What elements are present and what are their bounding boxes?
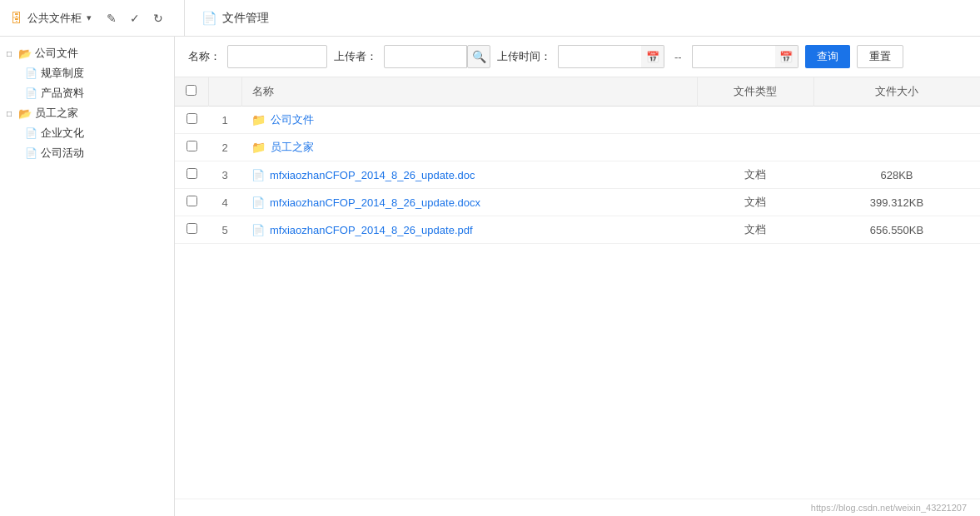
toggle-company-files[interactable]: □ — [7, 49, 18, 58]
folder-icon-company: 📂 — [18, 47, 32, 60]
date-end-icon[interactable]: 📅 — [775, 45, 798, 68]
table-row: 2📁员工之家 — [175, 134, 980, 161]
date-end-group: 📅 — [692, 45, 798, 68]
sidebar-item-employee-home[interactable]: □ 📂 员工之家 — [0, 103, 174, 123]
query-button[interactable]: 查询 — [805, 45, 850, 68]
date-start-input[interactable] — [558, 45, 641, 68]
folder-link[interactable]: 📁公司文件 — [251, 112, 687, 127]
sidebar-item-products[interactable]: 📄 产品资料 — [18, 83, 174, 103]
row-file-size: 656.550KB — [813, 216, 980, 244]
row-file-type: 文档 — [697, 161, 813, 189]
label-company-files: 公司文件 — [35, 46, 78, 61]
sidebar-item-activity[interactable]: 📄 公司活动 — [18, 143, 174, 163]
label-culture: 企业文化 — [41, 126, 84, 141]
row-file-size — [813, 107, 980, 134]
uploader-label: 上传者： — [334, 49, 377, 64]
footer: https://blog.csdn.net/weixin_43221207 — [175, 499, 980, 516]
row-checkbox[interactable] — [187, 168, 197, 179]
row-file-type — [697, 134, 813, 161]
th-size: 文件大小 — [813, 77, 980, 107]
file-mgmt-title: 文件管理 — [222, 11, 269, 26]
sidebar-collapse-btn[interactable]: ◀ — [174, 261, 175, 291]
row-checkbox[interactable] — [187, 223, 197, 234]
table-row: 5📄mfxiaozhanCFOP_2014_8_26_update.pdf文档6… — [175, 216, 980, 244]
sidebar-item-rules[interactable]: 📄 规章制度 — [18, 63, 174, 83]
row-name-cell: 📁员工之家 — [241, 134, 697, 161]
row-checkbox[interactable] — [187, 141, 197, 151]
file-icon-products: 📄 — [25, 87, 37, 99]
sidebar-item-culture[interactable]: 📄 企业文化 — [18, 123, 174, 143]
cabinet-title: 公共文件柜 — [27, 11, 82, 26]
main-layout: □ 📂 公司文件 📄 规章制度 📄 产品资料 □ 📂 员工之家 📄 企业文化 — [0, 37, 980, 516]
date-start-group: 📅 — [558, 45, 664, 68]
file-icon-rules: 📄 — [25, 67, 37, 79]
search-bar: 名称： 上传者： 🔍 上传时间： 📅 -- 📅 查询 重置 — [175, 37, 980, 77]
label-employee-home: 员工之家 — [35, 106, 78, 121]
date-end-input[interactable] — [692, 45, 775, 68]
content: 名称： 上传者： 🔍 上传时间： 📅 -- 📅 查询 重置 — [175, 37, 980, 516]
table-area: 名称 文件类型 文件大小 1📁公司文件2📁员工之家3📄mfxiaozhanCFO… — [175, 77, 980, 499]
time-label: 上传时间： — [497, 49, 551, 64]
row-name-cell: 📄mfxiaozhanCFOP_2014_8_26_update.pdf — [241, 216, 697, 244]
name-input[interactable] — [227, 45, 327, 68]
row-file-size: 628KB — [813, 161, 980, 189]
company-files-children: 📄 规章制度 📄 产品资料 — [0, 63, 174, 103]
top-bar-actions: ✎ ✓ ↻ — [103, 10, 167, 27]
th-index — [208, 77, 241, 107]
row-checkbox-cell — [175, 107, 208, 134]
row-index: 2 — [208, 134, 241, 161]
label-rules: 规章制度 — [41, 66, 84, 81]
table-row: 1📁公司文件 — [175, 107, 980, 134]
file-link[interactable]: 📄mfxiaozhanCFOP_2014_8_26_update.doc — [251, 169, 687, 181]
row-checkbox-cell — [175, 161, 208, 189]
file-link[interactable]: 📄mfxiaozhanCFOP_2014_8_26_update.pdf — [251, 224, 687, 236]
date-start-icon[interactable]: 📅 — [641, 45, 664, 68]
doc-icon: 📄 — [251, 196, 265, 209]
row-checkbox[interactable] — [187, 113, 197, 124]
reset-button[interactable]: 重置 — [857, 45, 903, 68]
folder-name: 员工之家 — [271, 140, 314, 155]
dropdown-icon[interactable]: ▾ — [87, 12, 92, 23]
top-bar-right: 📄 文件管理 — [192, 11, 269, 26]
table-body: 1📁公司文件2📁员工之家3📄mfxiaozhanCFOP_2014_8_26_u… — [175, 107, 980, 244]
folder-icon: 📁 — [251, 141, 266, 154]
refresh-btn[interactable]: ↻ — [150, 10, 167, 27]
row-index: 3 — [208, 161, 241, 189]
th-type: 文件类型 — [697, 77, 813, 107]
row-file-type — [697, 107, 813, 134]
doc-icon: 📄 — [251, 224, 265, 236]
table-row: 4📄mfxiaozhanCFOP_2014_8_26_update.docx文档… — [175, 189, 980, 216]
table-header-row: 名称 文件类型 文件大小 — [175, 77, 980, 107]
folder-link[interactable]: 📁员工之家 — [251, 140, 687, 155]
select-all-checkbox[interactable] — [186, 85, 196, 96]
th-checkbox — [175, 77, 208, 107]
row-index: 5 — [208, 216, 241, 244]
row-file-size — [813, 134, 980, 161]
folder-name: 公司文件 — [271, 112, 314, 127]
file-icon-activity: 📄 — [25, 147, 37, 159]
folder-icon-employee: 📂 — [18, 107, 32, 120]
table-row: 3📄mfxiaozhanCFOP_2014_8_26_update.doc文档6… — [175, 161, 980, 189]
label-products: 产品资料 — [41, 86, 84, 101]
uploader-input[interactable] — [384, 45, 467, 68]
watermark: https://blog.csdn.net/weixin_43221207 — [811, 503, 967, 513]
row-checkbox[interactable] — [187, 196, 197, 206]
file-name: mfxiaozhanCFOP_2014_8_26_update.pdf — [270, 224, 473, 236]
th-name: 名称 — [241, 77, 697, 107]
file-link[interactable]: 📄mfxiaozhanCFOP_2014_8_26_update.docx — [251, 196, 687, 209]
row-file-type: 文档 — [697, 216, 813, 244]
edit-btn[interactable]: ✎ — [103, 10, 120, 27]
top-bar-left: 🗄 公共文件柜 ▾ ✎ ✓ ↻ — [10, 0, 185, 36]
doc-icon: 📄 — [251, 169, 265, 181]
row-file-size: 399.312KB — [813, 189, 980, 216]
check-btn[interactable]: ✓ — [127, 10, 143, 27]
search-btn[interactable]: 🔍 — [467, 45, 490, 68]
toggle-employee-home[interactable]: □ — [7, 109, 18, 118]
file-name: mfxiaozhanCFOP_2014_8_26_update.doc — [270, 169, 475, 181]
row-name-cell: 📄mfxiaozhanCFOP_2014_8_26_update.docx — [241, 189, 697, 216]
sidebar-item-company-files[interactable]: □ 📂 公司文件 — [0, 43, 174, 63]
file-table: 名称 文件类型 文件大小 1📁公司文件2📁员工之家3📄mfxiaozhanCFO… — [175, 77, 980, 244]
file-mgmt-icon: 📄 — [201, 11, 217, 26]
row-name-cell: 📁公司文件 — [241, 107, 697, 134]
sidebar: □ 📂 公司文件 📄 规章制度 📄 产品资料 □ 📂 员工之家 📄 企业文化 — [0, 37, 175, 516]
